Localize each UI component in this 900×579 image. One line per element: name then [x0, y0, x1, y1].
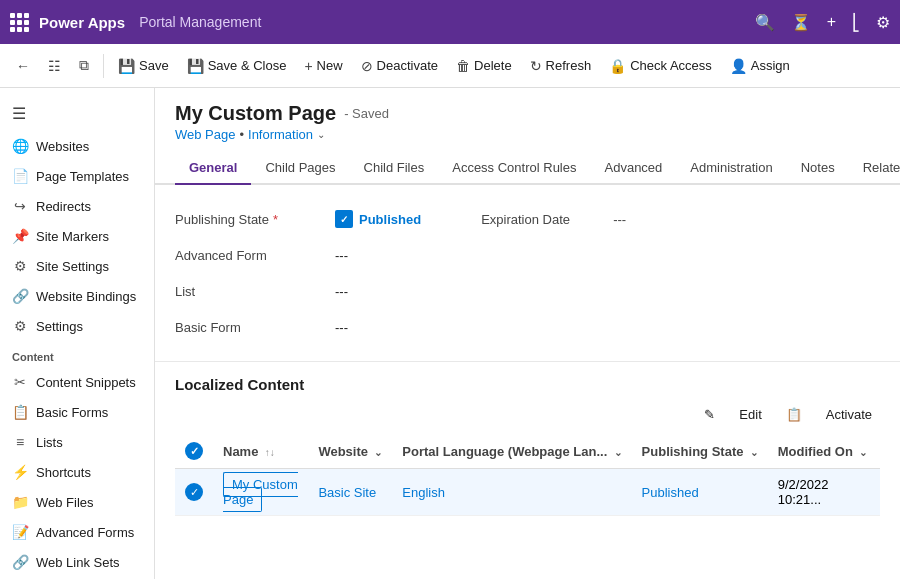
sidebar-item-redirects[interactable]: ↪ Redirects [0, 191, 154, 221]
settings-icon[interactable]: ⚙ [876, 13, 890, 32]
basic-forms-icon: 📋 [12, 404, 28, 420]
sidebar-label-lists: Lists [36, 435, 63, 450]
new-label: New [317, 58, 343, 73]
sidebar-label-basic-forms: Basic Forms [36, 405, 108, 420]
basic-form-value: --- [335, 320, 348, 335]
check-access-button[interactable]: 🔒 Check Access [601, 53, 720, 79]
expiration-date-group: Expiration Date --- [481, 212, 626, 227]
sidebar-item-basic-forms[interactable]: 📋 Basic Forms [0, 397, 154, 427]
sidebar-label-site-settings: Site Settings [36, 259, 109, 274]
new-button[interactable]: + New [296, 53, 350, 79]
delete-button[interactable]: 🗑 Delete [448, 53, 520, 79]
row-name-link[interactable]: My Custom Page [223, 477, 298, 507]
sidebar-hamburger[interactable]: ☰ [0, 96, 154, 131]
col-pub-state-label: Publishing State [642, 444, 744, 459]
sidebar-item-lists[interactable]: ≡ Lists [0, 427, 154, 457]
sidebar-item-website-bindings[interactable]: 🔗 Website Bindings [0, 281, 154, 311]
sidebar-item-web-files[interactable]: 📁 Web Files [0, 487, 154, 517]
tab-access-control-rules[interactable]: Access Control Rules [438, 152, 590, 185]
page-templates-icon: 📄 [12, 168, 28, 184]
name-sort-icon[interactable]: ↑↓ [265, 447, 275, 458]
portal-language-sort-icon[interactable]: ⌄ [614, 447, 622, 458]
refresh-icon: ↻ [530, 58, 542, 74]
modified-on-sort-icon[interactable]: ⌄ [859, 447, 867, 458]
sidebar-label-page-templates: Page Templates [36, 169, 129, 184]
save-close-button[interactable]: 💾 Save & Close [179, 53, 295, 79]
basic-form-label: Basic Form [175, 320, 335, 335]
assign-button[interactable]: 👤 Assign [722, 53, 798, 79]
basic-form-row: Basic Form --- [175, 309, 880, 345]
plus-icon[interactable]: + [827, 13, 836, 31]
subtitle-chevron[interactable]: ⌄ [317, 129, 325, 140]
subtitle-separator: • [239, 127, 244, 142]
lists-icon: ≡ [12, 434, 28, 450]
pub-state-sort-icon[interactable]: ⌄ [750, 447, 758, 458]
new-icon: + [304, 58, 312, 74]
save-label: Save [139, 58, 169, 73]
tab-advanced[interactable]: Advanced [591, 152, 677, 185]
row-check[interactable]: ✓ [175, 469, 213, 516]
localized-content-title: Localized Content [175, 376, 880, 393]
row-name[interactable]: My Custom Page [213, 469, 308, 516]
website-sort-icon[interactable]: ⌄ [374, 447, 382, 458]
sidebar-item-websites[interactable]: 🌐 Websites [0, 131, 154, 161]
sidebar-item-web-link-sets[interactable]: 🔗 Web Link Sets [0, 547, 154, 577]
col-header-portal-language[interactable]: Portal Language (Webpage Lan... ⌄ [392, 434, 631, 469]
websites-icon: 🌐 [12, 138, 28, 154]
tab-child-files[interactable]: Child Files [350, 152, 439, 185]
sidebar-item-content-snippets[interactable]: ✂ Content Snippets [0, 367, 154, 397]
tab-notes[interactable]: Notes [787, 152, 849, 185]
content-snippets-icon: ✂ [12, 374, 28, 390]
filter-icon[interactable]: ⎣ [852, 13, 860, 32]
sidebar: ☰ 🌐 Websites 📄 Page Templates ↪ Redirect… [0, 88, 155, 579]
tab-related[interactable]: Related [849, 152, 900, 185]
row-website-link[interactable]: Basic Site [318, 485, 376, 500]
tab-general[interactable]: General [175, 152, 251, 185]
check-access-label: Check Access [630, 58, 712, 73]
sidebar-item-settings[interactable]: ⚙ Settings [0, 311, 154, 341]
row-publishing-state-link[interactable]: Published [642, 485, 699, 500]
sidebar-label-website-bindings: Website Bindings [36, 289, 136, 304]
popup-button[interactable]: ⧉ [71, 52, 97, 79]
activate-button[interactable]: Activate [818, 403, 880, 426]
main-layout: ☰ 🌐 Websites 📄 Page Templates ↪ Redirect… [0, 88, 900, 579]
web-files-icon: 📁 [12, 494, 28, 510]
back-button[interactable]: ← [8, 53, 38, 79]
sidebar-item-site-markers[interactable]: 📌 Site Markers [0, 221, 154, 251]
activate-label: Activate [826, 407, 872, 422]
popup-icon: ⧉ [79, 57, 89, 74]
col-header-name[interactable]: Name ↑↓ [213, 434, 308, 469]
col-header-modified-on[interactable]: Modified On ⌄ [768, 434, 880, 469]
sidebar-item-site-settings[interactable]: ⚙ Site Settings [0, 251, 154, 281]
site-markers-icon: 📌 [12, 228, 28, 244]
deactivate-icon: ⊘ [361, 58, 373, 74]
list-row: List --- [175, 273, 880, 309]
content-section-label: Content [0, 341, 154, 367]
deactivate-button[interactable]: ⊘ Deactivate [353, 53, 446, 79]
tab-child-pages[interactable]: Child Pages [251, 152, 349, 185]
refresh-button[interactable]: ↻ Refresh [522, 53, 600, 79]
page-icon: ☷ [48, 58, 61, 74]
save-button[interactable]: 💾 Save [110, 53, 177, 79]
col-header-publishing-state[interactable]: Publishing State ⌄ [632, 434, 768, 469]
col-header-website[interactable]: Website ⌄ [308, 434, 392, 469]
grid-icon[interactable] [10, 13, 29, 32]
search-icon[interactable]: 🔍 [755, 13, 775, 32]
page-subtitle: Web Page • Information ⌄ [175, 127, 880, 142]
row-check-circle[interactable]: ✓ [185, 483, 203, 501]
subtitle-web-page[interactable]: Web Page [175, 127, 235, 142]
edit-button[interactable]: Edit [731, 403, 769, 426]
row-portal-language-link[interactable]: English [402, 485, 445, 500]
refresh-label: Refresh [546, 58, 592, 73]
sidebar-item-advanced-forms[interactable]: 📝 Advanced Forms [0, 517, 154, 547]
page-button[interactable]: ☷ [40, 53, 69, 79]
sidebar-item-page-templates[interactable]: 📄 Page Templates [0, 161, 154, 191]
tab-administration[interactable]: Administration [676, 152, 786, 185]
subtitle-section[interactable]: Information [248, 127, 313, 142]
sidebar-label-advanced-forms: Advanced Forms [36, 525, 134, 540]
advanced-form-label: Advanced Form [175, 248, 335, 263]
clock-icon[interactable]: ⏳ [791, 13, 811, 32]
page-title: My Custom Page [175, 102, 336, 125]
sidebar-item-shortcuts[interactable]: ⚡ Shortcuts [0, 457, 154, 487]
header-check-circle[interactable]: ✓ [185, 442, 203, 460]
